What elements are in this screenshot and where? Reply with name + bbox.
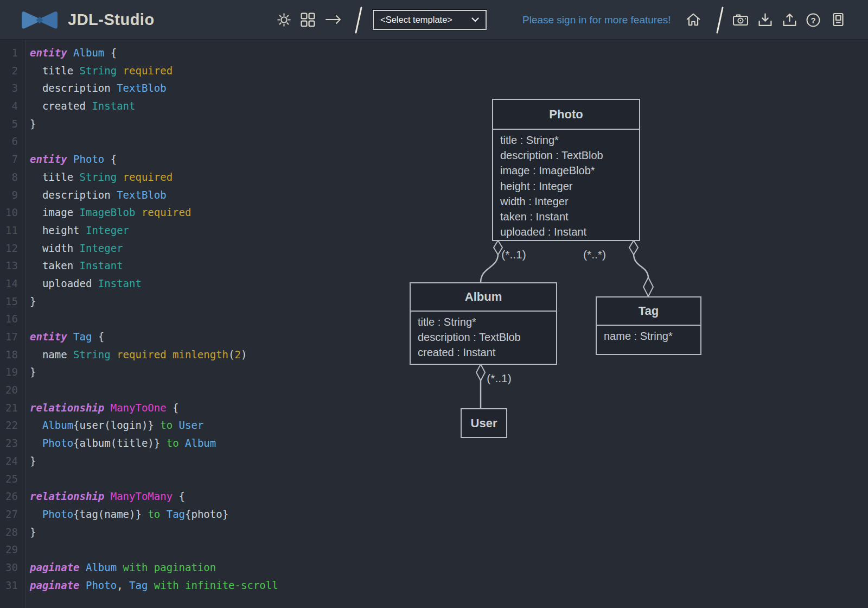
entity-album: Albumtitle : String*description : TextBl… xyxy=(410,282,557,365)
code-text: relationship ManyToMany { xyxy=(26,487,185,505)
entity-title: User xyxy=(462,409,506,437)
code-line[interactable]: 9 description TextBlob xyxy=(0,186,401,204)
jdl-code-editor[interactable]: 1entity Album {2 title String required3 … xyxy=(0,44,401,594)
code-text xyxy=(26,310,30,328)
code-text: } xyxy=(26,293,36,311)
line-number: 14 xyxy=(0,275,26,293)
entity-field: title : String* xyxy=(418,314,549,330)
code-line[interactable]: 8 title String required xyxy=(0,168,401,186)
line-number: 13 xyxy=(0,257,26,275)
line-number: 3 xyxy=(0,79,26,97)
line-number: 7 xyxy=(0,150,26,168)
line-number: 16 xyxy=(0,310,26,328)
entity-field: taken : Instant xyxy=(500,209,632,224)
line-number: 11 xyxy=(0,221,26,239)
entity-field: description : TextBlob xyxy=(418,330,549,345)
code-line[interactable]: 19} xyxy=(0,363,401,381)
code-line[interactable]: 30paginate Album with pagination xyxy=(0,559,401,577)
code-line[interactable]: 2 title String required xyxy=(0,62,401,80)
line-number: 21 xyxy=(0,399,26,417)
code-line[interactable]: 6 xyxy=(0,132,401,150)
multiplicity-label: (*..1) xyxy=(487,372,512,385)
line-number: 25 xyxy=(0,470,26,488)
entity-field: title : String* xyxy=(500,132,632,148)
help-icon[interactable]: ? xyxy=(806,12,821,28)
aggregation-diamond-photo-tag xyxy=(629,240,638,255)
code-line[interactable]: 12 width Integer xyxy=(0,239,401,257)
code-line[interactable]: 7entity Photo { xyxy=(0,150,401,168)
code-line[interactable]: 28} xyxy=(0,523,401,541)
entity-fields: name : String* xyxy=(597,326,700,344)
code-line[interactable]: 10 image ImageBlob required xyxy=(0,204,401,221)
camera-capture-icon[interactable] xyxy=(732,13,749,26)
top-toolbar: JDL-Studio <Select template> Please sign… xyxy=(0,0,868,40)
entity-tag: Tagname : String* xyxy=(596,296,701,355)
home-icon[interactable] xyxy=(686,12,701,27)
line-number: 28 xyxy=(0,523,26,541)
chevron-down-icon xyxy=(471,17,479,22)
code-text: title String required xyxy=(26,62,173,80)
edge-photo-album xyxy=(481,254,498,282)
code-text: entity Photo { xyxy=(26,150,117,168)
entity-field: image : ImageBlob* xyxy=(500,163,632,178)
layout-grid-icon[interactable] xyxy=(301,12,315,27)
line-number: 17 xyxy=(0,328,26,346)
line-number: 12 xyxy=(0,239,26,257)
line-number: 29 xyxy=(0,541,26,559)
code-text: title String required xyxy=(26,168,173,186)
template-select-value: <Select template> xyxy=(380,15,452,25)
code-text: height Integer xyxy=(26,221,129,239)
line-number: 19 xyxy=(0,363,26,381)
line-number: 10 xyxy=(0,204,26,221)
line-number: 31 xyxy=(0,577,26,594)
code-line[interactable]: 22 Album{user(login)} to User xyxy=(0,416,401,434)
line-number: 9 xyxy=(0,186,26,204)
code-line[interactable]: 21relationship ManyToOne { xyxy=(0,399,401,417)
code-line[interactable]: 24} xyxy=(0,452,401,470)
jdl-studio-logo[interactable] xyxy=(19,8,60,32)
code-line[interactable]: 27 Photo{tag(name)} to Tag{photo} xyxy=(0,505,401,523)
code-line[interactable]: 4 created Instant xyxy=(0,97,401,115)
template-select[interactable]: <Select template> xyxy=(373,10,487,30)
entity-field: name : String* xyxy=(604,328,693,344)
code-text: width Integer xyxy=(26,239,123,257)
download-icon[interactable] xyxy=(758,12,773,27)
code-line[interactable]: 13 taken Instant xyxy=(0,257,401,275)
entity-photo: Phototitle : String*description : TextBl… xyxy=(492,99,640,241)
code-line[interactable]: 31paginate Photo, Tag with infinite-scro… xyxy=(0,577,401,594)
code-line[interactable]: 23 Photo{album(title)} to Album xyxy=(0,434,401,452)
code-line[interactable]: 25 xyxy=(0,470,401,488)
code-text: image ImageBlob required xyxy=(26,204,191,221)
upload-icon[interactable] xyxy=(782,12,797,27)
entity-field: uploaded : Instant xyxy=(500,224,632,239)
signin-link[interactable]: Please sign in for more features! xyxy=(522,0,671,40)
code-line[interactable]: 15} xyxy=(0,293,401,311)
code-line[interactable]: 16 xyxy=(0,310,401,328)
entity-field: width : Integer xyxy=(500,194,632,209)
code-line[interactable]: 11 height Integer xyxy=(0,221,401,239)
code-text: name String required minlength(2) xyxy=(26,346,247,364)
line-number: 24 xyxy=(0,452,26,470)
code-line[interactable]: 18 name String required minlength(2) xyxy=(0,346,401,364)
documentation-icon[interactable] xyxy=(831,12,845,27)
code-line[interactable]: 1entity Album { xyxy=(0,44,401,62)
code-line[interactable]: 17entity Tag { xyxy=(0,328,401,346)
code-text: } xyxy=(26,452,36,470)
apply-arrow-icon[interactable] xyxy=(324,13,342,26)
aggregation-diamond-album-user xyxy=(476,364,485,381)
code-line[interactable]: 14 uploaded Instant xyxy=(0,275,401,293)
code-line[interactable]: 5} xyxy=(0,115,401,133)
code-text: uploaded Instant xyxy=(26,275,142,293)
code-line[interactable]: 29 xyxy=(0,541,401,559)
line-number: 1 xyxy=(0,44,26,62)
code-text xyxy=(26,470,30,488)
code-line[interactable]: 3 description TextBlob xyxy=(0,79,401,97)
theme-sun-icon[interactable] xyxy=(277,12,291,27)
code-text: description TextBlob xyxy=(26,79,167,97)
entity-user: User xyxy=(461,408,507,438)
line-number: 6 xyxy=(0,132,26,150)
code-line[interactable]: 26relationship ManyToMany { xyxy=(0,487,401,505)
code-text: Photo{album(title)} to Album xyxy=(26,434,216,452)
code-text: paginate Album with pagination xyxy=(26,559,216,577)
code-line[interactable]: 20 xyxy=(0,381,401,399)
